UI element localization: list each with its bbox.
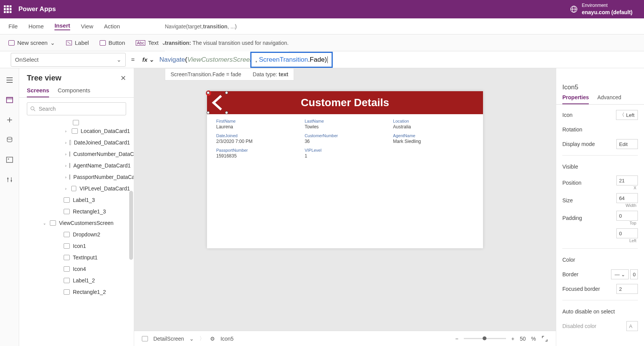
menu-home[interactable]: Home	[28, 23, 44, 30]
data-icon[interactable]	[6, 136, 13, 143]
tree-item[interactable]: ›DateJoined_DataCard1	[19, 137, 134, 148]
fn-arg1: ViewCustomersScreen	[187, 56, 253, 64]
tab-components[interactable]: Components	[58, 87, 90, 97]
canvas[interactable]: ✕ Customer Details FirstNameLaurenaLastN…	[134, 68, 556, 331]
svg-point-17	[7, 178, 8, 180]
menu-insert[interactable]: Insert	[54, 22, 70, 30]
top-header: Power Apps Environment enayu.com (defaul…	[0, 0, 644, 18]
param-tooltip: transition: The visual transition used f…	[165, 34, 289, 51]
formula-eval: ScreenTransition.Fade = fade	[171, 71, 241, 77]
zoom-in-button[interactable]: +	[511, 336, 514, 342]
tree-item[interactable]: Icon4	[19, 263, 134, 275]
search-icon	[30, 106, 36, 112]
label-button[interactable]: Label	[66, 39, 89, 46]
property-selector[interactable]: OnSelect ⌄	[11, 53, 126, 67]
tree-list[interactable]: ›Location_DataCard1›DateJoined_DataCard1…	[19, 120, 134, 346]
button-button[interactable]: Button	[100, 39, 125, 46]
fit-icon[interactable]	[541, 335, 548, 342]
svg-point-19	[31, 107, 34, 110]
environment-picker[interactable]: Environment enayu.com (default)	[570, 3, 640, 16]
label-icon	[66, 40, 72, 46]
chevron-down-icon[interactable]: ⌄	[189, 336, 194, 342]
enum-member: .Fade	[308, 56, 324, 64]
status-screen[interactable]: DetailScreen	[153, 336, 184, 342]
tree-item[interactable]: Rectangle1_3	[19, 206, 134, 217]
text-icon: Abc	[136, 40, 145, 46]
menu-file[interactable]: File	[8, 23, 18, 30]
border-style[interactable]: — ⌄	[611, 269, 629, 279]
canvas-area: ✕ Customer Details FirstNameLaurenaLastN…	[134, 68, 556, 346]
padding-left-input[interactable]: 0	[616, 228, 638, 238]
prop-size-label: Size	[562, 197, 573, 203]
waffle-icon[interactable]	[4, 5, 12, 13]
display-mode-input[interactable]: Edit	[616, 139, 638, 149]
tree-item[interactable]: Rectangle1_2	[19, 286, 134, 298]
back-icon-selected[interactable]: ✕	[208, 93, 227, 113]
menu-view[interactable]: View	[81, 23, 93, 30]
zoom-slider[interactable]	[464, 338, 506, 339]
tree-item-label: Dropdown2	[73, 231, 100, 238]
tree-item-label: ViewCustomersScreen	[59, 220, 113, 226]
prop-icon-value: Left	[626, 112, 634, 118]
tab-advanced[interactable]: Advanced	[597, 94, 621, 104]
tree-item[interactable]	[19, 120, 134, 125]
tree-item-label: TextInput1	[73, 254, 98, 261]
disabled-color-value[interactable]: A	[626, 321, 638, 331]
tree-view-icon[interactable]	[6, 97, 13, 103]
padding-top-input[interactable]: 0	[616, 211, 638, 221]
scrollbar[interactable]	[129, 191, 133, 260]
fx-button[interactable]: fx⌄	[140, 56, 156, 63]
tab-screens[interactable]: Screens	[27, 87, 49, 97]
text-button[interactable]: AbcText⌄	[136, 39, 166, 46]
prop-border-label: Border	[562, 271, 578, 277]
tree-item[interactable]: Label1_3	[19, 194, 134, 206]
tree-item[interactable]: ›VIPLevel_DataCard1	[19, 183, 134, 194]
insert-icon[interactable]	[6, 116, 13, 123]
new-screen-label: New screen	[17, 39, 48, 46]
screen-header: ✕ Customer Details	[207, 91, 483, 114]
focused-border-input[interactable]: 2	[616, 284, 638, 294]
tree-item[interactable]: ›CustomerNumber_DataCard1	[19, 148, 134, 160]
icon-picker[interactable]: 〈Left	[616, 110, 638, 120]
hamburger-icon[interactable]	[6, 77, 13, 84]
close-icon[interactable]: ✕	[120, 74, 126, 82]
chevron-down-icon: ⌄	[117, 56, 122, 63]
border-width-input[interactable]: 0	[630, 269, 638, 279]
status-element[interactable]: Icon5	[220, 336, 233, 342]
menu-action[interactable]: Action	[104, 23, 120, 30]
control-icon	[64, 232, 70, 237]
field-value: 1	[305, 153, 386, 159]
screen-icon	[8, 40, 15, 46]
tree-item[interactable]: Dropdown2	[19, 229, 134, 240]
enum-name: ScreenTransition	[259, 56, 308, 64]
position-x-input[interactable]: 21	[616, 175, 638, 185]
tab-properties[interactable]: Properties	[562, 94, 589, 104]
prop-rotation-label: Rotation	[562, 126, 582, 133]
formula-input[interactable]: Navigate(ViewCustomersScreen , ScreenTra…	[156, 52, 333, 68]
settings-icon[interactable]	[6, 176, 13, 183]
control-icon	[64, 266, 70, 272]
field-label: PassportNumber	[216, 148, 297, 153]
chevron-icon: ›	[65, 187, 68, 191]
tree-item-label: CustomerNumber_DataCard1	[73, 151, 134, 157]
tree-item[interactable]: Label1_2	[19, 275, 134, 286]
search-input[interactable]: Search	[27, 102, 126, 115]
tree-item[interactable]: ⌄ViewCustomersScreen	[19, 217, 134, 229]
svg-rect-9	[7, 97, 13, 99]
hint-prefix: Navigate(target,	[165, 23, 203, 30]
tree-item[interactable]: ›AgentName_DataCard1	[19, 160, 134, 171]
zoom-out-button[interactable]: −	[455, 336, 458, 342]
form-field: DateJoined2/3/2020 7:00 PM	[216, 133, 297, 144]
control-icon	[69, 163, 70, 168]
prop-padding-label: Padding	[562, 215, 582, 221]
tree-item[interactable]: ›PassportNumber_DataCard1	[19, 171, 134, 183]
tree-item[interactable]: Icon1	[19, 240, 134, 252]
size-width-input[interactable]: 64	[616, 193, 638, 203]
control-icon	[50, 220, 56, 226]
status-bar: DetailScreen⌄ 〉 ⚙ Icon5 − + 50 %	[134, 331, 556, 346]
media-icon[interactable]	[6, 156, 13, 163]
new-screen-button[interactable]: New screen⌄	[8, 39, 55, 46]
tree-item[interactable]: ›Location_DataCard1	[19, 125, 134, 137]
env-name: enayu.com (default)	[582, 9, 632, 16]
tree-item[interactable]: TextInput1	[19, 252, 134, 263]
